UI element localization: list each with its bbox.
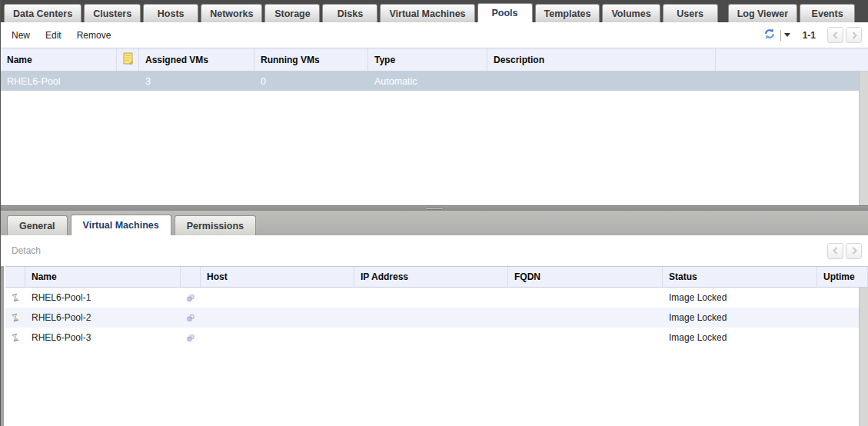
column-header-host[interactable]: Host (201, 267, 354, 287)
tab-clusters[interactable]: Clusters (84, 4, 141, 22)
pool-filler-cell (716, 72, 860, 91)
vm-row[interactable]: RHEL6-Pool-1 Image Locked (5, 288, 860, 308)
prev-page-button[interactable] (827, 27, 843, 43)
vms-grid-empty-area (1, 391, 868, 426)
vm-fqdn (508, 308, 663, 328)
pools-toolbar: New Edit Remove 1-1 (1, 22, 868, 48)
detail-next-page-button[interactable] (846, 243, 862, 259)
tab-users[interactable]: Users (663, 4, 718, 22)
vm-uptime (817, 328, 860, 348)
pool-description (487, 72, 716, 91)
vms-grid: Name Host IP Address FQDN Status Uptime … (1, 266, 868, 391)
subtab-permissions[interactable]: Permissions (175, 215, 256, 235)
pool-row-selected[interactable]: RHEL6-Pool 3 0 Automatic (1, 72, 860, 91)
column-header-note[interactable] (117, 48, 139, 71)
vms-grid-header: Name Host IP Address FQDN Status Uptime (5, 266, 868, 288)
vm-ip (354, 328, 508, 348)
column-header-vm-name[interactable]: Name (25, 267, 181, 287)
vm-status: Image Locked (663, 308, 817, 328)
panel-splitter[interactable] (1, 205, 868, 211)
vm-status: Image Locked (663, 328, 817, 348)
vm-ip (354, 288, 508, 308)
pools-grid-header: Name Assigned VMs Running VMs Type Descr… (1, 48, 868, 72)
tab-storage[interactable]: Storage (264, 4, 320, 22)
tab-log-viewer[interactable]: Log Viewer (728, 4, 797, 22)
next-page-button[interactable] (846, 27, 862, 43)
vm-fqdn (508, 288, 663, 308)
pool-assigned-vms: 3 (139, 72, 254, 91)
vm-status: Image Locked (663, 288, 817, 308)
main-tab-bar: Data Centers Clusters Hosts Networks Sto… (1, 0, 868, 22)
tab-data-centers[interactable]: Data Centers (4, 4, 81, 22)
hourglass-icon (5, 308, 25, 328)
tab-networks[interactable]: Networks (201, 4, 262, 22)
tab-disks[interactable]: Disks (322, 4, 377, 22)
refresh-caret-icon[interactable] (784, 33, 790, 37)
detail-tab-bar: General Virtual Machines Permissions (1, 211, 868, 235)
column-header-status[interactable]: Status (663, 267, 817, 287)
subtab-virtual-machines[interactable]: Virtual Machines (71, 215, 171, 235)
pools-vertical-scrollbar[interactable] (859, 72, 868, 205)
tab-events[interactable]: Events (800, 4, 855, 22)
vm-host (201, 328, 354, 348)
column-header-fqdn[interactable]: FQDN (508, 267, 663, 287)
pool-running-vms: 0 (254, 72, 368, 91)
tab-hosts[interactable]: Hosts (143, 4, 198, 22)
hourglass-icon (5, 328, 25, 348)
vms-grid-left-edge (1, 266, 4, 426)
admin-portal-window: Data Centers Clusters Hosts Networks Sto… (0, 0, 868, 426)
tab-volumes[interactable]: Volumes (602, 4, 660, 22)
vm-row[interactable]: RHEL6-Pool-2 Image Locked (5, 308, 860, 328)
hourglass-icon (5, 288, 25, 308)
pools-grid: Name Assigned VMs Running VMs Type Descr… (1, 48, 868, 205)
new-button[interactable]: New (12, 30, 30, 41)
column-header-running-vms[interactable]: Running VMs (254, 48, 368, 71)
pool-membership-icon (181, 308, 201, 328)
vm-host (201, 308, 354, 328)
page-range: 1-1 (803, 30, 816, 41)
pool-name: RHEL6-Pool (1, 72, 117, 91)
tab-virtual-machines[interactable]: Virtual Machines (380, 4, 474, 22)
vm-row[interactable]: RHEL6-Pool-3 Image Locked (5, 328, 860, 348)
vm-uptime (817, 288, 860, 308)
column-header-filler (716, 48, 868, 71)
note-icon (122, 52, 134, 67)
pool-membership-icon (181, 328, 201, 348)
subtab-general[interactable]: General (7, 215, 68, 235)
refresh-icon[interactable] (763, 28, 776, 42)
tab-pools[interactable]: Pools (477, 3, 533, 22)
column-header-description[interactable]: Description (487, 48, 716, 71)
vm-uptime (817, 308, 860, 328)
detail-prev-page-button[interactable] (827, 243, 843, 259)
column-header-status-icon[interactable] (5, 267, 25, 287)
detach-button[interactable]: Detach (12, 245, 41, 256)
detail-toolbar: Detach (1, 235, 868, 266)
pool-type: Automatic (368, 72, 487, 91)
pool-membership-icon (181, 288, 201, 308)
vms-vertical-scrollbar[interactable] (859, 288, 868, 426)
pool-note-cell (117, 72, 139, 91)
vm-name: RHEL6-Pool-2 (25, 308, 181, 328)
vm-ip (354, 308, 508, 328)
column-header-assigned-vms[interactable]: Assigned VMs (139, 48, 254, 71)
vm-name: RHEL6-Pool-1 (25, 288, 181, 308)
splitter-handle-icon[interactable] (425, 208, 444, 210)
column-header-type[interactable]: Type (368, 48, 487, 71)
tab-templates[interactable]: Templates (535, 4, 600, 22)
edit-button[interactable]: Edit (45, 30, 62, 41)
column-header-uptime[interactable]: Uptime (817, 267, 868, 287)
column-header-name[interactable]: Name (1, 48, 117, 71)
vm-fqdn (508, 328, 663, 348)
refresh-separator (780, 30, 781, 41)
column-header-ip[interactable]: IP Address (354, 267, 508, 287)
vm-name: RHEL6-Pool-3 (25, 328, 181, 348)
vm-host (201, 288, 354, 308)
remove-button[interactable]: Remove (77, 30, 111, 41)
column-header-pool-icon[interactable] (181, 267, 201, 287)
